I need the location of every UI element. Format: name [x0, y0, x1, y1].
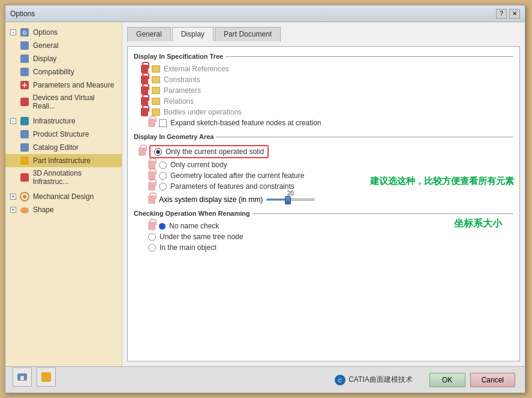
highlight-box: Only the current operated solid: [149, 145, 269, 158]
lock-icon-constraints: [141, 76, 148, 84]
radio-params-features[interactable]: [159, 183, 167, 191]
check-row-constraints: Constraints: [134, 74, 513, 85]
devices-icon: [20, 97, 29, 107]
svg-rect-2: [20, 41, 29, 50]
svg-rect-13: [20, 173, 29, 182]
radio-geometry-after[interactable]: [159, 172, 167, 180]
lock-icon-external: [141, 65, 148, 73]
infra-expand-icon[interactable]: -: [10, 118, 16, 124]
svg-rect-11: [20, 143, 29, 152]
spec-tree-section: Display In Specification Tree External R…: [134, 53, 513, 128]
svg-rect-4: [20, 68, 29, 76]
mech-expand-icon[interactable]: +: [10, 194, 16, 200]
rename-header: Checking Operation When Renaming: [134, 210, 513, 217]
shape-icon: [20, 205, 29, 215]
bottom-icon-1[interactable]: 📋: [13, 367, 32, 387]
sidebar-item-shape[interactable]: + Shape: [5, 203, 122, 216]
lock-icon-slider: [148, 195, 155, 204]
close-button[interactable]: ✕: [509, 9, 520, 19]
check-row-parameters: Parameters: [134, 85, 513, 96]
options-dialog: Options ? ✕ - ⚙ Options Genera: [5, 5, 525, 393]
bottom-icon-2-svg: [40, 371, 52, 383]
check-row-relations: Relations: [134, 96, 513, 107]
lock-icon-parameters: [141, 86, 148, 95]
sidebar-item-partinfra[interactable]: Part Infrastructure: [5, 154, 122, 167]
sidebar-item-product[interactable]: Product Structure: [5, 128, 122, 141]
lock-icon-bodies: [141, 108, 148, 116]
radio-row-same-tree: Under the same tree node: [134, 231, 513, 242]
spec-tree-header: Display In Specification Tree: [134, 53, 513, 60]
sidebar-item-compat[interactable]: Compatibility: [5, 65, 122, 79]
sidebar-item-catalog[interactable]: Catalog Editor: [5, 141, 122, 154]
tab-bar: General Display Part Document: [127, 27, 520, 41]
watermark-area: C CATIA曲面建模技术: [334, 374, 412, 386]
sidebar-item-display[interactable]: Display: [5, 52, 122, 65]
sidebar-item-options[interactable]: - ⚙ Options: [5, 26, 122, 39]
mech-icon: [20, 192, 29, 201]
slider-fill: [267, 199, 285, 200]
radio-row-current-body: Only current body: [134, 159, 513, 170]
lock-icon-no-check: [148, 222, 155, 230]
slider-thumb[interactable]: [285, 196, 291, 204]
watermark-text: CATIA曲面建模技术: [348, 375, 412, 385]
svg-text:⚙: ⚙: [22, 30, 27, 36]
lock-icon-geometry-after: [148, 171, 155, 180]
bottom-icons: 📋: [13, 367, 56, 387]
svg-rect-8: [20, 98, 29, 106]
folder-icon-external: [152, 65, 160, 73]
svg-text:📋: 📋: [19, 375, 25, 381]
svg-rect-12: [20, 156, 29, 165]
help-button[interactable]: ?: [496, 9, 507, 19]
slider-container: 20: [266, 198, 314, 201]
svg-rect-10: [20, 130, 29, 138]
product-icon: [20, 129, 29, 139]
tab-display[interactable]: Display: [172, 27, 214, 41]
rename-section: Checking Operation When Renaming No name…: [134, 210, 513, 253]
sidebar-item-params[interactable]: Parameters and Measure: [5, 79, 122, 92]
lock-icon-solid: [139, 147, 146, 156]
slider-track[interactable]: [266, 198, 314, 201]
radio-same-tree[interactable]: [148, 233, 156, 241]
geometry-header: Display In Geometry Area: [134, 133, 513, 140]
radio-current-solid[interactable]: [154, 148, 162, 156]
checkbox-expand[interactable]: [159, 119, 167, 127]
folder-icon-parameters: [152, 87, 160, 94]
sidebar-item-3d[interactable]: 3D Annotations Infrastruc...: [5, 167, 122, 188]
svg-text:C: C: [338, 378, 342, 384]
geometry-line: [216, 137, 513, 137]
radio-main-object[interactable]: [148, 244, 156, 252]
catalog-icon: [20, 143, 29, 152]
slider-row: Axis system display size (in mm) 20: [134, 194, 513, 205]
expand-icon[interactable]: -: [10, 29, 16, 35]
display-icon: [20, 54, 29, 64]
radio-current-body[interactable]: [159, 161, 167, 169]
svg-rect-20: [41, 372, 51, 382]
header-line: [226, 56, 513, 57]
lock-icon-relations: [141, 97, 148, 105]
tab-part-document[interactable]: Part Document: [215, 27, 281, 41]
compat-icon: [20, 67, 29, 77]
cancel-button[interactable]: Cancel: [470, 373, 515, 387]
sidebar-item-devices[interactable]: Devices and Virtual Reali...: [5, 92, 122, 112]
check-row-external: External References: [134, 64, 513, 74]
main-content: General Display Part Document Display In…: [122, 22, 525, 366]
sidebar-item-mech[interactable]: + Mechanical Design: [5, 190, 122, 203]
sidebar-item-infra[interactable]: - Infrastructure: [5, 114, 122, 128]
tab-general[interactable]: General: [127, 27, 171, 41]
radio-no-check[interactable]: [159, 223, 166, 230]
dialog-title: Options: [10, 10, 35, 18]
partinfra-icon: [20, 156, 29, 165]
folder-icon-relations: [152, 98, 160, 105]
bottom-bar: 📋 C CATIA曲面建模技术 OK Cancel: [5, 366, 525, 393]
title-bar: Options ? ✕: [5, 5, 525, 22]
bottom-icon-2[interactable]: [37, 367, 56, 387]
check-row-expand: Expand sketch-based feature nodes at cre…: [134, 117, 513, 128]
ok-button[interactable]: OK: [429, 373, 465, 387]
sidebar-item-general[interactable]: General: [5, 39, 122, 52]
radio-row-geometry-after: Geometry located after the current featu…: [134, 170, 513, 181]
rename-line: [253, 213, 513, 214]
radio-row-main-object: In the main object: [134, 242, 513, 253]
radio-row-current-solid: Only the current operated solid: [134, 144, 513, 159]
shape-expand-icon[interactable]: +: [10, 207, 16, 213]
sidebar: - ⚙ Options General Display: [5, 22, 122, 366]
